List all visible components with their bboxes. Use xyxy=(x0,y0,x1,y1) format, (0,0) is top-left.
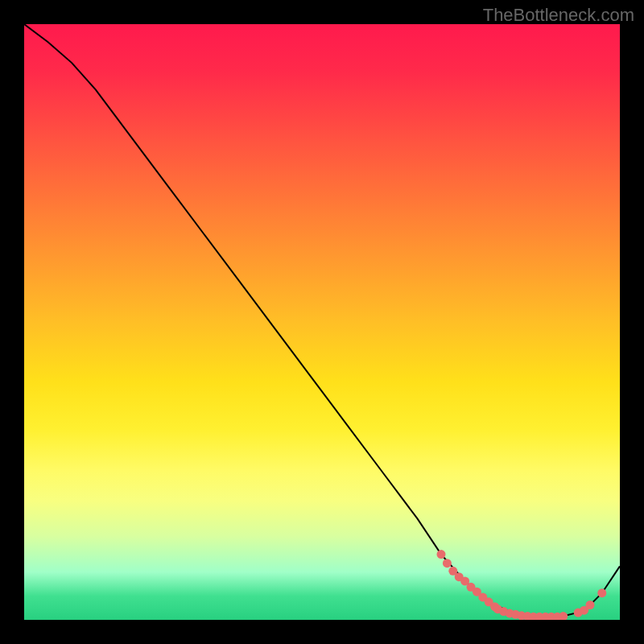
watermark-text: TheBottleneck.com xyxy=(483,5,634,26)
chart-gradient-background xyxy=(24,24,620,620)
